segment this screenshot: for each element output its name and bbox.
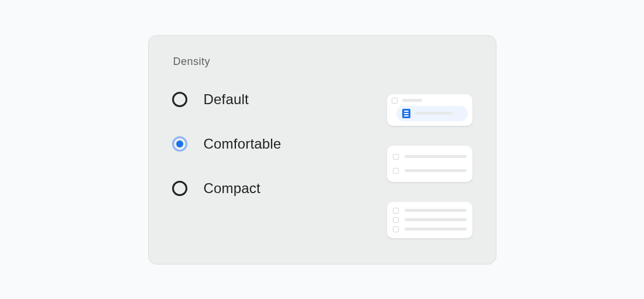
placeholder-bar [405,228,467,231]
checkbox-icon [393,168,399,174]
checkbox-icon [393,217,399,223]
placeholder-bar [405,209,467,212]
preview-comfortable [387,146,472,182]
density-previews [387,94,472,238]
placeholder-bar [402,99,422,102]
density-card: Density Default Comfortable Compact [148,35,496,264]
radio-comfortable[interactable] [172,136,187,152]
placeholder-bar [405,155,467,158]
checkbox-icon [393,226,399,232]
card-title: Density [173,56,472,68]
checkbox-icon [393,208,399,214]
preview-default [387,94,472,126]
checkbox-icon [393,154,399,160]
checkbox-icon [392,98,398,104]
preview-default-chip [396,106,468,121]
placeholder-bar [405,169,467,172]
option-comfortable-label: Comfortable [204,136,282,152]
placeholder-bar [415,112,453,115]
option-compact-label: Compact [204,180,261,197]
option-default-label: Default [204,91,249,108]
placeholder-bar [405,218,467,221]
document-icon [402,109,410,118]
preview-compact [387,202,472,238]
radio-default[interactable] [172,92,187,107]
radio-compact[interactable] [172,181,187,196]
